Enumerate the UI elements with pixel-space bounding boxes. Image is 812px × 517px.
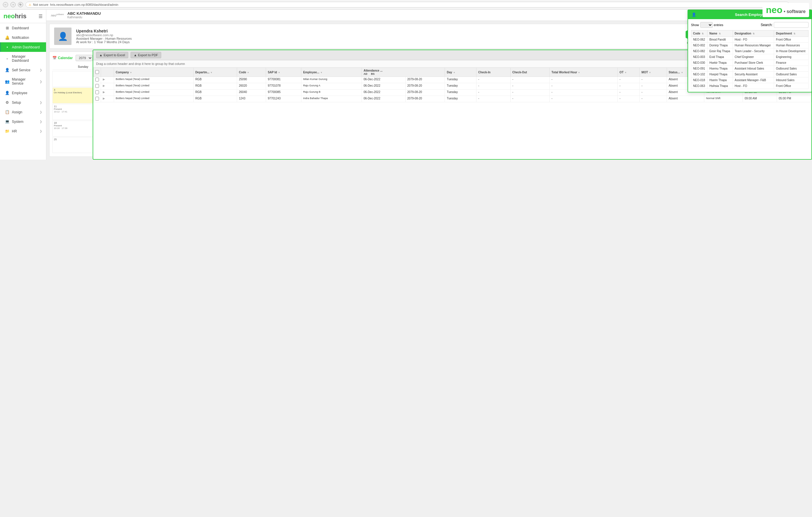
- col-department[interactable]: Departm... ▾: [193, 68, 237, 77]
- row-checkbox-cell[interactable]: [93, 89, 101, 96]
- cell-att-ad: 06-Dec-2022: [361, 96, 405, 102]
- search-table-row[interactable]: NEO-003 Evid Thapa Chief Engineer Engine…: [691, 54, 809, 60]
- employee-role: Assistant Manager - Human Resources: [76, 37, 681, 40]
- search-table-row[interactable]: NEO-018 Hserin Thapa Assistant Manager- …: [691, 77, 809, 83]
- expand-cell[interactable]: ▶: [101, 96, 114, 102]
- search-employee-panel: 👤 Search Employee ∨ Show 10 25 50 entrie…: [688, 9, 812, 92]
- avatar: 👤: [54, 28, 71, 45]
- cell-checkin: -: [476, 83, 511, 89]
- search-table-row[interactable]: NEO-002 Domirp Thapa Human Resources Man…: [691, 43, 809, 48]
- security-icon: ⚠: [29, 3, 31, 6]
- cell-company: Bottlers Nepal (Terai) Limited: [114, 89, 193, 96]
- search-table-row[interactable]: NEO-091 Hsemu Thapa Assistant Inboud Sal…: [691, 66, 809, 72]
- cell-shift-to: 05:00 PM: [777, 96, 811, 102]
- show-label: Show: [691, 23, 699, 27]
- year-select[interactable]: 2079: [76, 55, 93, 61]
- cell-att-bs: 2079-08-20: [405, 89, 445, 96]
- col-day[interactable]: Day ▾: [445, 68, 476, 77]
- cell-status: Absent: [667, 96, 704, 102]
- row-checkbox-cell[interactable]: [93, 96, 101, 102]
- col-mot[interactable]: MOT ▾: [640, 68, 667, 77]
- sidebar-item-hr[interactable]: 📁 HR ❯: [0, 126, 46, 136]
- cell-sap: 97701243: [266, 96, 301, 102]
- sidebar-item-manager-dashboard[interactable]: ▫ Manager Dashboard: [0, 52, 46, 65]
- search-table-row[interactable]: NEO-030 Hsekir Thapa Purchase/ Store Cle…: [691, 60, 809, 66]
- export-pdf-button[interactable]: ▲ Export to PDF: [130, 52, 161, 58]
- cell-name: Hserin Thapa: [707, 77, 733, 83]
- col-select-all[interactable]: [93, 68, 101, 77]
- cell-checkin: -: [476, 89, 511, 96]
- system-arrow: ❯: [40, 120, 42, 123]
- search-controls: Show 10 25 50 entries Search:: [691, 22, 809, 28]
- sidebar-item-self-service[interactable]: 👤 Self Service ❯: [0, 65, 46, 75]
- cell-department: Front Office: [774, 37, 809, 43]
- search-box: Search:: [761, 22, 809, 28]
- col-company[interactable]: Company ▾: [114, 68, 193, 77]
- cell-shift-name: Normal Shift: [704, 96, 743, 102]
- search-input[interactable]: [774, 22, 809, 28]
- sidebar-item-admin-dashboard[interactable]: ▪ Admin Dashboard: [0, 42, 46, 52]
- self-service-arrow: ❯: [40, 69, 42, 72]
- col-code[interactable]: Code ▾: [237, 68, 266, 77]
- sidebar-item-system[interactable]: 💻 System ❯: [0, 117, 46, 126]
- row-checkbox[interactable]: [95, 78, 99, 81]
- cell-mot: -: [640, 96, 667, 102]
- col-code[interactable]: Code ⇅: [691, 30, 707, 37]
- cell-designation: Security Assistant: [733, 72, 774, 77]
- cell-day: Tuesday: [445, 77, 476, 83]
- sidebar-item-manager-service[interactable]: 👥 Manager Service ❯: [0, 75, 46, 88]
- back-button[interactable]: ←: [3, 2, 8, 7]
- col-ot[interactable]: OT ▾: [618, 68, 640, 77]
- expand-cell[interactable]: ▶: [101, 77, 114, 83]
- search-table-row[interactable]: NEO-063 Hsihsia Thapa Host - FO Front Of…: [691, 83, 809, 89]
- cell-checkout: -: [510, 89, 549, 96]
- row-checkbox[interactable]: [95, 90, 99, 94]
- row-checkbox-cell[interactable]: [93, 83, 101, 89]
- sidebar-item-notification[interactable]: 🔔 Notification: [0, 33, 46, 42]
- sidebar-item-dashboard[interactable]: ⊞ Dashboard: [0, 23, 46, 33]
- address-bar[interactable]: ⚠ Not secure hris.neosoftware.com.np:808…: [26, 2, 789, 7]
- select-all-checkbox[interactable]: [95, 70, 99, 74]
- cell-ot: -: [618, 83, 640, 89]
- col-sap[interactable]: SAP Id ▾: [266, 68, 301, 77]
- refresh-button[interactable]: ↻: [18, 2, 23, 7]
- col-total[interactable]: Total Worked Hour ▾: [550, 68, 618, 77]
- cell-att-ad: 06-Dec-2022: [361, 77, 405, 83]
- row-checkbox[interactable]: [95, 84, 99, 88]
- cell-designation: Host - FO: [733, 37, 774, 43]
- cell-name: Hsemu Thapa: [707, 66, 733, 72]
- cell-mot: -: [640, 89, 667, 96]
- sidebar-item-setup[interactable]: ⚙ Setup ❯: [0, 98, 46, 107]
- search-table-row[interactable]: NEO-062 Binod Pandit Host - FO Front Off…: [691, 37, 809, 43]
- pdf-icon: ▲: [134, 53, 137, 57]
- sidebar-item-employee[interactable]: 👤 Employee: [0, 88, 46, 98]
- col-name[interactable]: Name ⇅: [707, 30, 733, 37]
- manager-dashboard-icon: ▫: [5, 56, 9, 61]
- col-employee[interactable]: Employee... ▾: [301, 68, 362, 77]
- cell-code: NEO-003: [691, 54, 707, 60]
- search-table-row[interactable]: NEO-082 Eesir Raj Thapa Team Leader - Se…: [691, 48, 809, 54]
- cell-employee: Indra Bahadur Thapa: [301, 96, 362, 102]
- col-department[interactable]: Department ⇅: [774, 30, 809, 37]
- cell-name: Eesir Raj Thapa: [707, 48, 733, 54]
- cell-checkout: -: [510, 83, 549, 89]
- sidebar-item-assign[interactable]: 📋 Assign ❯: [0, 107, 46, 117]
- col-attendance[interactable]: Attendance ... AD BS: [361, 68, 445, 77]
- forward-button[interactable]: →: [10, 2, 16, 7]
- export-excel-button[interactable]: ▲ Export to Excel: [96, 52, 128, 58]
- row-checkbox[interactable]: [95, 97, 99, 101]
- col-checkin[interactable]: Check-In: [476, 68, 511, 77]
- search-table-row[interactable]: NEO-102 Hsepid Thapa Security Assistant …: [691, 72, 809, 77]
- row-checkbox-cell[interactable]: [93, 77, 101, 83]
- expand-cell[interactable]: ▶: [101, 83, 114, 89]
- cell-designation: Assistant Manager- F&B: [733, 77, 774, 83]
- col-checkout[interactable]: Check-Out: [510, 68, 549, 77]
- cell-ot: -: [618, 77, 640, 83]
- expand-cell[interactable]: ▶: [101, 89, 114, 96]
- cell-shift-from: 09:00 AM: [743, 96, 777, 102]
- hamburger-button[interactable]: ☰: [38, 13, 42, 19]
- cell-total: -: [550, 77, 618, 83]
- col-designation[interactable]: Designation ⇅: [733, 30, 774, 37]
- main-content: neosoftware ABC KATHMANDU Kathmandu 💬 👤 …: [46, 9, 812, 160]
- entries-select[interactable]: 10 25 50: [700, 22, 713, 28]
